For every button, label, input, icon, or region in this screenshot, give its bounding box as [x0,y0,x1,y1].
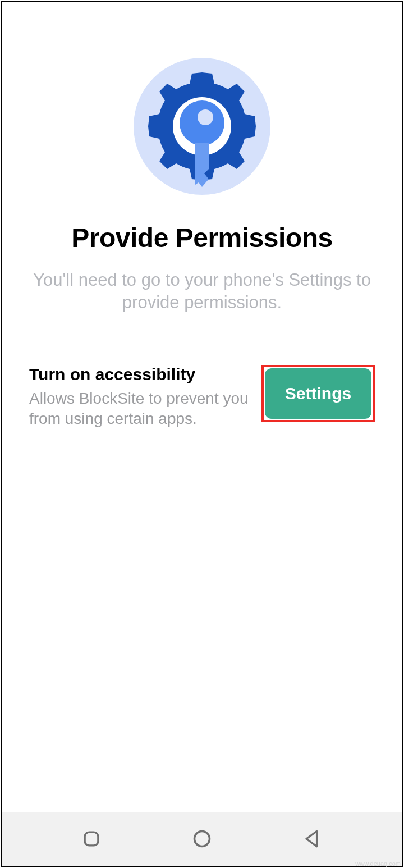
svg-rect-4 [85,832,98,846]
highlight-box: Settings [261,365,375,422]
recent-apps-button[interactable] [80,828,103,850]
page-title: Provide Permissions [71,222,332,253]
watermark: www.deuaq.com [355,860,401,867]
permission-title: Turn on accessibility [29,365,250,384]
gear-key-icon [132,56,272,197]
app-frame: Provide Permissions You'll need to go to… [1,1,403,867]
svg-point-3 [198,109,213,125]
page-subtitle: You'll need to go to your phone's Settin… [29,269,375,314]
main-content: Provide Permissions You'll need to go to… [2,2,402,812]
permission-text: Turn on accessibility Allows BlockSite t… [29,365,250,430]
android-nav-bar [2,812,402,866]
permission-description: Allows BlockSite to prevent you from usi… [29,389,250,430]
home-button[interactable] [191,828,213,850]
back-button[interactable] [301,828,324,850]
settings-button[interactable]: Settings [265,368,371,419]
svg-point-5 [194,832,209,847]
permission-row: Turn on accessibility Allows BlockSite t… [29,365,375,430]
